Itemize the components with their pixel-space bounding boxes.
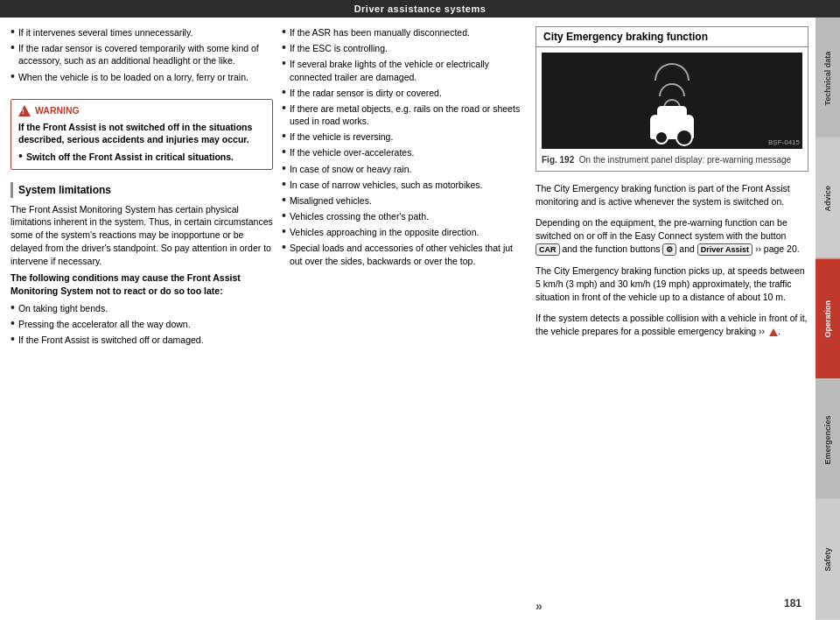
warning-box: WARNING If the Front Assist is not switc… bbox=[10, 99, 273, 170]
car-shape bbox=[650, 115, 694, 139]
fig-label: Fig. 192 bbox=[542, 155, 574, 165]
conditions-bold-text: The following conditions may cause the F… bbox=[10, 271, 273, 297]
sidebar-tab-advice[interactable]: Advice bbox=[816, 138, 840, 259]
bullet-dot: • bbox=[282, 162, 286, 174]
left-column: • If it intervenes several times unneces… bbox=[10, 26, 273, 613]
city-emergency-para-4: If the system detects a possible collisi… bbox=[536, 312, 808, 337]
bullet-dot: • bbox=[18, 150, 23, 162]
mid-bullets: •If the ASR has been manually disconnect… bbox=[282, 26, 527, 271]
inline-warning-icon bbox=[769, 328, 778, 336]
list-item: •If the radar sensor is dirty or covered… bbox=[282, 87, 527, 99]
page-ref: page 20. bbox=[764, 243, 800, 254]
bullet-text: On taking tight bends. bbox=[18, 302, 108, 314]
warning-label: WARNING bbox=[35, 105, 80, 116]
bullet-dot: • bbox=[10, 25, 15, 38]
bullet-text: If there are metal objects, e.g. rails o… bbox=[290, 102, 527, 127]
bullet-text: Misaligned vehicles. bbox=[290, 194, 372, 207]
bullet-text: If the ESC is controlling. bbox=[290, 42, 388, 54]
bullet-dot: • bbox=[282, 241, 286, 253]
bullet-text: Vehicles approaching in the opposite dir… bbox=[290, 226, 480, 238]
system-limitations-body: The Front Assist Monitoring System has c… bbox=[10, 203, 273, 267]
car-icon-container bbox=[650, 63, 694, 139]
bullet-text: If the ASR has been manually disconnecte… bbox=[290, 26, 470, 39]
bullet-text: In case of snow or heavy rain. bbox=[290, 163, 412, 175]
bullet-dot: • bbox=[282, 102, 286, 114]
page-number: 181 bbox=[777, 594, 808, 613]
list-item: • If the radar sensor is covered tempora… bbox=[10, 42, 273, 67]
list-item: • When the vehicle is to be loaded on a … bbox=[10, 71, 273, 83]
warning-bullet-strong: Switch off the Front Assist in critical … bbox=[26, 151, 234, 162]
sidebar-tab-technical-data[interactable]: Technical data bbox=[816, 18, 840, 138]
bullet-text: If the vehicle is reversing. bbox=[290, 130, 393, 143]
radar-arc-large bbox=[654, 63, 690, 81]
bullet-dot: • bbox=[10, 41, 15, 53]
radar-arcs bbox=[654, 63, 690, 108]
city-emergency-para-3: The City Emergency braking function pick… bbox=[536, 264, 808, 303]
bullet-dot: • bbox=[282, 225, 286, 237]
list-item: •If the ESC is controlling. bbox=[282, 42, 527, 54]
warning-bullet-text: Switch off the Front Assist in critical … bbox=[26, 151, 234, 164]
car-button: CAR bbox=[536, 243, 560, 257]
bullet-dot: • bbox=[282, 178, 286, 190]
figure-caption: Fig. 192 On the instrument panel display… bbox=[542, 154, 802, 166]
warning-header: WARNING bbox=[18, 105, 265, 116]
bullet-text: If several brake lights of the vehicle o… bbox=[290, 58, 527, 82]
car-radar-image: BSF-0415 bbox=[542, 53, 802, 149]
list-item: •If several brake lights of the vehicle … bbox=[282, 58, 527, 82]
func-button-1: ⚙ bbox=[662, 243, 676, 257]
bullet-text: If it intervenes several times unnecessa… bbox=[18, 26, 192, 39]
bullet-text: If the vehicle over-accelerates. bbox=[290, 146, 414, 159]
bullet-text: When the vehicle is to be loaded on a lo… bbox=[18, 71, 248, 83]
bullet-dot: • bbox=[282, 130, 286, 142]
bullet-dot: • bbox=[282, 209, 286, 222]
city-emergency-title: City Emergency braking function bbox=[536, 27, 808, 47]
sidebar-tab-operation[interactable]: Operation bbox=[816, 258, 840, 379]
bullet-dot: • bbox=[282, 86, 286, 98]
list-item: •If the vehicle over-accelerates. bbox=[282, 146, 527, 159]
bullet-text: If the Front Assist is switched off or d… bbox=[18, 334, 204, 346]
list-item: •In case of snow or heavy rain. bbox=[282, 163, 527, 175]
bsf-code: BSF-0415 bbox=[768, 138, 800, 146]
bullet-dot: • bbox=[282, 25, 286, 38]
sidebar-tab-label: Operation bbox=[823, 300, 832, 338]
list-item: •If the vehicle is reversing. bbox=[282, 130, 527, 143]
list-item: •Vehicles crossing the other's path. bbox=[282, 210, 527, 222]
list-item: •In case of narrow vehicles, such as mot… bbox=[282, 179, 527, 191]
middle-column: •If the ASR has been manually disconnect… bbox=[282, 26, 527, 613]
list-item: • Pressing the accelerator all the way d… bbox=[10, 318, 273, 330]
sidebar-tab-label: Safety bbox=[823, 548, 832, 572]
warning-bullet: • Switch off the Front Assist in critica… bbox=[18, 151, 265, 164]
city-emergency-para-2: Depending on the equipment, the pre-warn… bbox=[536, 216, 808, 256]
bullet-dot: • bbox=[282, 41, 286, 53]
bullet-dot: • bbox=[282, 57, 286, 69]
list-item: •Misaligned vehicles. bbox=[282, 194, 527, 207]
list-item: •Special loads and accessories of other … bbox=[282, 242, 527, 266]
bullet-text: If the radar sensor is dirty or covered. bbox=[290, 87, 442, 99]
sidebar-tab-emergencies[interactable]: Emergencies bbox=[816, 379, 840, 500]
right-column: City Emergency braking function BSF-0415 bbox=[536, 26, 808, 613]
list-item: • If it intervenes several times unneces… bbox=[10, 26, 273, 39]
bullet-text: Pressing the accelerator all the way dow… bbox=[18, 318, 191, 330]
bullet-dot: • bbox=[282, 194, 286, 206]
bullet-text: In case of narrow vehicles, such as moto… bbox=[290, 179, 483, 191]
warning-main-text: If the Front Assist is not switched off … bbox=[18, 121, 265, 146]
driver-assist-button: Driver Assist bbox=[697, 243, 752, 257]
radar-arc-medium bbox=[659, 83, 685, 96]
bullet-text: Special loads and accessories of other v… bbox=[290, 242, 527, 266]
sidebar-tab-label: Emergencies bbox=[823, 415, 832, 464]
bullet-dot: • bbox=[10, 70, 15, 82]
city-emergency-box: City Emergency braking function BSF-0415 bbox=[536, 26, 808, 172]
page-header: Driver assistance systems bbox=[0, 0, 840, 18]
top-bullets: • If it intervenes several times unneces… bbox=[10, 26, 273, 87]
sidebar-tab-label: Technical data bbox=[823, 51, 832, 105]
bullet-dot: • bbox=[282, 145, 286, 158]
sidebar-tab-safety[interactable]: Safety bbox=[816, 499, 840, 620]
city-emergency-para-1: The City Emergency braking function is p… bbox=[536, 182, 808, 208]
list-item: • On taking tight bends. bbox=[10, 302, 273, 314]
right-sidebar: Technical data Advice Operation Emergenc… bbox=[816, 18, 840, 620]
system-limitations-section: System limitations The Front Assist Moni… bbox=[10, 182, 273, 349]
bullet-dot: • bbox=[10, 333, 15, 345]
bullet-text: Vehicles crossing the other's path. bbox=[290, 210, 429, 222]
list-item: •If the ASR has been manually disconnect… bbox=[282, 26, 527, 39]
warning-strong-text: If the Front Assist is not switched off … bbox=[18, 122, 252, 145]
